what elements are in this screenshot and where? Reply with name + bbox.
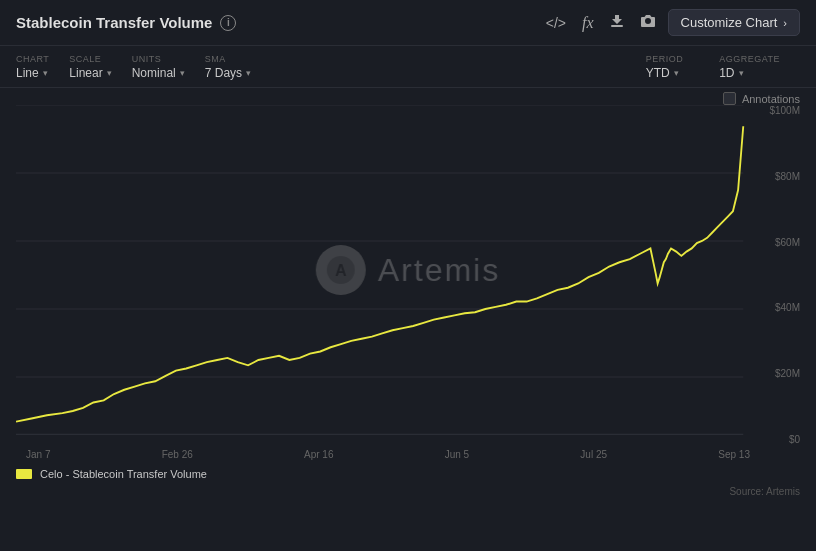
period-value: YTD: [646, 66, 670, 80]
chart-selector: CHART Line ▾: [16, 54, 49, 80]
period-label: PERIOD: [646, 54, 684, 64]
x-label-jul25: Jul 25: [580, 449, 607, 460]
chevron-right-icon: ›: [783, 17, 787, 29]
chart-area: $100M $80M $60M $40M $20M $0 A Artemis: [16, 105, 800, 445]
download-icon[interactable]: [610, 14, 624, 31]
toolbar-right: PERIOD YTD ▾ AGGREGATE 1D ▾: [646, 54, 800, 80]
aggregate-selector: AGGREGATE 1D ▾: [719, 54, 780, 80]
scale-label: SCALE: [69, 54, 111, 64]
annotations-label-text: Annotations: [742, 93, 800, 105]
svg-rect-0: [611, 25, 623, 27]
x-label-feb26: Feb 26: [162, 449, 193, 460]
annotations-checkbox[interactable]: [723, 92, 736, 105]
aggregate-arrow: ▾: [739, 68, 744, 78]
chart-svg: [16, 105, 800, 445]
x-label-apr16: Apr 16: [304, 449, 333, 460]
sma-selector: SMA 7 Days ▾: [205, 54, 251, 80]
period-selector: PERIOD YTD ▾: [646, 54, 684, 80]
x-label-jan7: Jan 7: [26, 449, 50, 460]
aggregate-value: 1D: [719, 66, 734, 80]
sma-value: 7 Days: [205, 66, 242, 80]
header: Stablecoin Transfer Volume i </> fx Cust…: [0, 0, 816, 46]
legend-color: [16, 469, 32, 479]
camera-icon[interactable]: [640, 14, 656, 31]
units-value: Nominal: [132, 66, 176, 80]
scale-dropdown[interactable]: Linear ▾: [69, 66, 111, 80]
x-axis: Jan 7 Feb 26 Apr 16 Jun 5 Jul 25 Sep 13: [16, 445, 800, 460]
sma-arrow: ▾: [246, 68, 251, 78]
x-label-jun5: Jun 5: [445, 449, 469, 460]
title-text: Stablecoin Transfer Volume: [16, 14, 212, 31]
annotations-toggle[interactable]: Annotations: [723, 92, 800, 105]
annotations-area: Annotations: [0, 88, 816, 105]
chart-label: CHART: [16, 54, 49, 64]
units-arrow: ▾: [180, 68, 185, 78]
x-label-sep13: Sep 13: [718, 449, 750, 460]
source-text: Source: Artemis: [729, 486, 800, 497]
chart-arrow: ▾: [43, 68, 48, 78]
scale-selector: SCALE Linear ▾: [69, 54, 111, 80]
aggregate-dropdown[interactable]: 1D ▾: [719, 66, 743, 80]
sma-dropdown[interactable]: 7 Days ▾: [205, 66, 251, 80]
legend: Celo - Stablecoin Transfer Volume: [0, 460, 816, 484]
toolbar: CHART Line ▾ SCALE Linear ▾ UNITS Nomina…: [0, 46, 816, 88]
info-icon[interactable]: i: [220, 15, 236, 31]
scale-arrow: ▾: [107, 68, 112, 78]
units-label: UNITS: [132, 54, 185, 64]
source: Source: Artemis: [0, 484, 816, 499]
code-icon[interactable]: </>: [546, 15, 566, 31]
sma-label: SMA: [205, 54, 251, 64]
units-dropdown[interactable]: Nominal ▾: [132, 66, 185, 80]
chart-container: $100M $80M $60M $40M $20M $0 A Artemis: [16, 105, 800, 445]
header-icons: </> fx: [546, 14, 656, 32]
chart-dropdown[interactable]: Line ▾: [16, 66, 49, 80]
legend-text: Celo - Stablecoin Transfer Volume: [40, 468, 207, 480]
chart-value: Line: [16, 66, 39, 80]
scale-value: Linear: [69, 66, 102, 80]
customize-chart-button[interactable]: Customize Chart ›: [668, 9, 800, 36]
period-dropdown[interactable]: YTD ▾: [646, 66, 679, 80]
page-title: Stablecoin Transfer Volume i: [16, 14, 546, 31]
period-arrow: ▾: [674, 68, 679, 78]
aggregate-label: AGGREGATE: [719, 54, 780, 64]
customize-label: Customize Chart: [681, 15, 778, 30]
formula-icon[interactable]: fx: [582, 14, 594, 32]
units-selector: UNITS Nominal ▾: [132, 54, 185, 80]
